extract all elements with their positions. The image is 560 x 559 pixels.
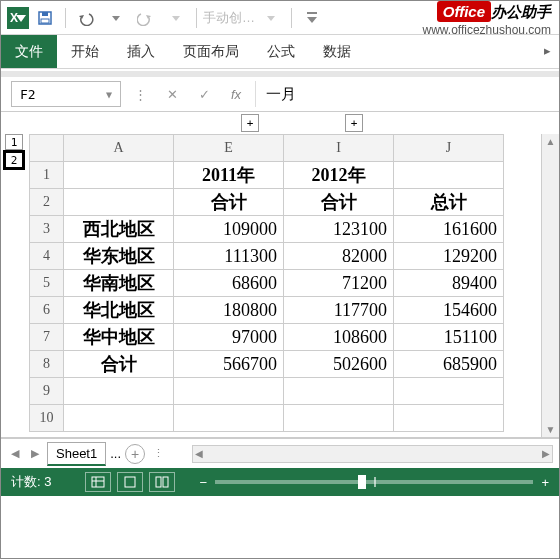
col-header[interactable]: A [64,135,174,162]
tab-page-layout[interactable]: 页面布局 [169,35,253,68]
cell[interactable]: 合计 [174,189,284,216]
cell[interactable] [64,162,174,189]
view-page-layout-button[interactable] [117,472,143,492]
sheet-tab-more[interactable]: ... [110,446,121,461]
cell[interactable]: 123100 [284,216,394,243]
row-header[interactable]: 7 [30,324,64,351]
cell[interactable]: 华南地区 [64,270,174,297]
cell[interactable]: 151100 [394,324,504,351]
cell[interactable]: 566700 [174,351,284,378]
cell[interactable]: 2012年 [284,162,394,189]
row-header[interactable]: 4 [30,243,64,270]
vertical-scrollbar[interactable]: ▲ ▼ [541,134,559,437]
cell[interactable] [394,405,504,432]
touch-mode-button[interactable]: 手动创… [203,5,255,31]
cell[interactable]: 2011年 [174,162,284,189]
horizontal-scrollbar[interactable]: ◀ ▶ [192,445,553,463]
scroll-left-icon[interactable]: ◀ [195,448,203,459]
cell[interactable] [284,378,394,405]
cell[interactable]: 西北地区 [64,216,174,243]
row-header[interactable]: 10 [30,405,64,432]
cell[interactable]: 502600 [284,351,394,378]
row-header[interactable]: 3 [30,216,64,243]
formula-value[interactable]: 一月 [255,81,549,107]
sheet-nav-next[interactable]: ▶ [27,447,43,460]
scroll-up-icon[interactable]: ▲ [546,136,556,147]
row-header[interactable]: 5 [30,270,64,297]
fx-icon[interactable]: fx [223,81,249,107]
tab-data[interactable]: 数据 [309,35,365,68]
cell[interactable]: 129200 [394,243,504,270]
redo-dropdown[interactable] [162,5,190,31]
tab-insert[interactable]: 插入 [113,35,169,68]
undo-dropdown[interactable] [102,5,130,31]
cell[interactable]: 117700 [284,297,394,324]
cell[interactable]: 华中地区 [64,324,174,351]
row-header[interactable]: 6 [30,297,64,324]
zoom-control[interactable]: − + [199,475,549,490]
row-header[interactable]: 1 [30,162,64,189]
cell[interactable]: 108600 [284,324,394,351]
cell[interactable]: 华北地区 [64,297,174,324]
enter-icon[interactable]: ✓ [191,81,217,107]
col-outline-expand-2[interactable]: + [345,114,363,132]
cell[interactable] [394,378,504,405]
ribbon-scroll-right[interactable]: ▸ [536,35,559,68]
cell[interactable] [174,405,284,432]
row-header[interactable]: 2 [30,189,64,216]
scroll-right-icon[interactable]: ▶ [542,448,550,459]
cell[interactable]: 180800 [174,297,284,324]
row-outline-level-1[interactable]: 1 [5,134,23,150]
cancel-icon[interactable]: ✕ [159,81,185,107]
chevron-down-icon[interactable]: ▼ [106,89,112,100]
tab-file[interactable]: 文件 [1,35,57,68]
cell[interactable]: 97000 [174,324,284,351]
cell[interactable]: 82000 [284,243,394,270]
row-header[interactable]: 8 [30,351,64,378]
cell[interactable]: 总计 [394,189,504,216]
cell[interactable]: 154600 [394,297,504,324]
view-normal-button[interactable] [85,472,111,492]
redo-button[interactable] [132,5,160,31]
tab-home[interactable]: 开始 [57,35,113,68]
cell[interactable]: 111300 [174,243,284,270]
zoom-out-button[interactable]: − [199,475,207,490]
sheet-tab-active[interactable]: Sheet1 [47,442,106,466]
cell[interactable]: 合计 [64,351,174,378]
view-page-break-button[interactable] [149,472,175,492]
zoom-slider[interactable] [215,480,533,484]
zoom-in-button[interactable]: + [541,475,549,490]
scroll-down-icon[interactable]: ▼ [546,424,556,435]
col-header[interactable]: J [394,135,504,162]
excel-icon[interactable]: X [7,7,29,29]
row-header[interactable]: 9 [30,378,64,405]
cell[interactable] [64,189,174,216]
select-all-corner[interactable] [30,135,64,162]
cell[interactable]: 68600 [174,270,284,297]
spreadsheet-grid[interactable]: AEIJ12011年2012年2合计合计总计3西北地区1090001231001… [29,134,541,437]
cell[interactable] [64,405,174,432]
cell[interactable]: 合计 [284,189,394,216]
cell[interactable]: 华东地区 [64,243,174,270]
cell[interactable] [284,405,394,432]
cell[interactable]: 685900 [394,351,504,378]
cell[interactable]: 109000 [174,216,284,243]
cell[interactable]: 71200 [284,270,394,297]
cell[interactable] [64,378,174,405]
cell[interactable] [394,162,504,189]
touch-dropdown[interactable] [257,5,285,31]
col-header[interactable]: I [284,135,394,162]
cell[interactable]: 89400 [394,270,504,297]
add-sheet-button[interactable]: + [125,444,145,464]
save-button[interactable] [31,5,59,31]
col-header[interactable]: E [174,135,284,162]
tab-formulas[interactable]: 公式 [253,35,309,68]
col-outline-expand-1[interactable]: + [241,114,259,132]
sheet-nav-prev[interactable]: ◀ [7,447,23,460]
row-outline-level-2[interactable]: 2 [3,150,25,170]
undo-button[interactable] [72,5,100,31]
qat-customize[interactable] [298,5,326,31]
cell[interactable]: 161600 [394,216,504,243]
cell[interactable] [174,378,284,405]
name-box[interactable]: F2 ▼ [11,81,121,107]
